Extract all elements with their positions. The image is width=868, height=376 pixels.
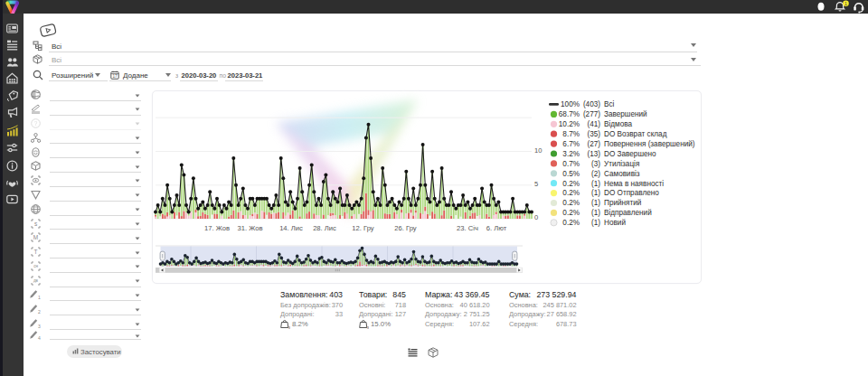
svg-text:Прийнятий: Прийнятий [604,199,641,207]
svg-text:23. Січ: 23. Січ [457,224,478,232]
svg-text:0: 0 [534,213,538,221]
svg-text:x: x [288,325,290,329]
svg-text:(1): (1) [591,199,600,207]
svg-text:(403): (403) [583,100,600,108]
svg-text:(13): (13) [587,150,600,158]
svg-text:(27): (27) [587,140,600,148]
svg-text:(3): (3) [591,160,600,168]
svg-text:DO Возврат склад: DO Возврат склад [604,130,667,138]
svg-text:0.2%: 0.2% [562,219,580,227]
svg-text:3.2%: 3.2% [562,150,580,158]
svg-text:(1): (1) [591,209,600,217]
svg-text:14. Лис: 14. Лис [279,224,303,232]
svg-text:0.2%: 0.2% [562,189,580,197]
svg-text:0.5%: 0.5% [562,170,580,178]
svg-text:68.7%: 68.7% [559,110,580,118]
svg-text:(277): (277) [583,110,600,118]
svg-text:26. Гру: 26. Гру [394,224,416,232]
svg-text:(1): (1) [591,219,600,227]
svg-text:100%: 100% [561,100,580,108]
svg-text:10: 10 [534,146,542,155]
svg-text:Утилізація: Утилізація [604,160,639,168]
svg-text:Відмова: Відмова [604,120,632,128]
svg-text:0.2%: 0.2% [562,180,580,188]
svg-text:Новий: Новий [604,219,626,227]
svg-text:(1): (1) [591,189,600,197]
svg-text:DO Отправлено: DO Отправлено [604,189,659,197]
svg-text:Всі: Всі [604,100,615,108]
svg-text:Відправлений: Відправлений [604,209,652,217]
svg-text:DO Завершено: DO Завершено [604,150,656,158]
svg-text:0.2%: 0.2% [562,209,580,217]
svg-text:Повернення (завершений): Повернення (завершений) [604,140,695,148]
svg-text:28. Лис: 28. Лис [313,224,336,232]
svg-text:5: 5 [534,180,538,188]
svg-text:12. Гру: 12. Гру [352,224,373,232]
svg-text:(41): (41) [587,120,600,128]
svg-text:Самовивіз: Самовивіз [604,170,640,178]
svg-text:Завершений: Завершений [604,110,647,118]
svg-text:(35): (35) [587,130,600,138]
svg-text:(2): (2) [591,170,600,178]
svg-text:10.2%: 10.2% [559,120,580,128]
svg-text:(1): (1) [591,180,600,188]
svg-text:0.2%: 0.2% [562,199,580,207]
svg-text:6. Лют: 6. Лют [486,224,507,232]
svg-text:x: x [367,325,369,329]
svg-text:Нема в наявності: Нема в наявності [604,180,664,188]
svg-text:31. Жов: 31. Жов [238,224,263,232]
svg-text:0.7%: 0.7% [562,160,580,168]
svg-text:8.7%: 8.7% [562,130,580,138]
svg-text:6.7%: 6.7% [562,140,580,148]
svg-text:17. Жов: 17. Жов [204,224,230,232]
